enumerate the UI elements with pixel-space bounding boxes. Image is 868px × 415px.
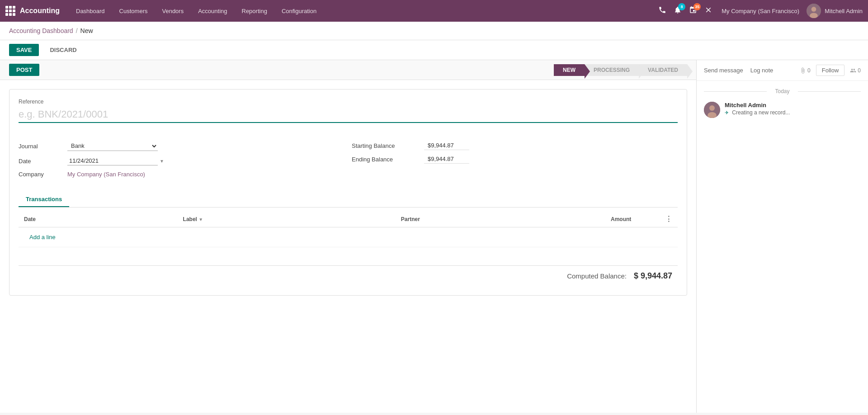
col-date: Date [19, 211, 178, 227]
save-button[interactable]: SAVE [9, 44, 39, 56]
app-name: Accounting [20, 7, 60, 15]
reference-label: Reference [19, 99, 678, 105]
discard-button[interactable]: DISCARD [42, 44, 84, 56]
right-panel: Send message Log note 0 Follow 0 Today [696, 60, 868, 413]
navbar-right: 8 35 My Company (San Francisco) Mitchell… [656, 4, 863, 18]
grid-icon[interactable] [5, 6, 15, 16]
notification-icon[interactable]: 8 [672, 4, 684, 18]
company-value: My Company (San Francisco) [67, 171, 344, 178]
chatter-messages: Today Mitchell Admin ✈ Creating a new re… [697, 81, 868, 413]
left-panel: POST NEW PROCESSING VALIDATED Reference [0, 60, 696, 413]
message-item: Mitchell Admin ✈ Creating a new record..… [704, 102, 861, 118]
computed-balance-row: Computed Balance: $ 9,944.87 [19, 265, 678, 286]
user-avatar[interactable] [807, 4, 821, 18]
message-icon: ✈ [725, 110, 729, 115]
status-step-processing: PROCESSING [585, 64, 639, 76]
form-fields-left: Journal Bank Date ▼ [19, 141, 344, 183]
today-divider: Today [704, 88, 861, 94]
attachment-count: 0 [800, 67, 811, 74]
computed-balance-label: Computed Balance: [567, 272, 627, 280]
company-link[interactable]: My Company (San Francisco) [67, 171, 145, 178]
status-step-validated: VALIDATED [639, 64, 687, 76]
follower-count: 0 [850, 67, 861, 74]
ending-balance-row: Ending Balance $9,944.87 [352, 155, 678, 164]
activity-badge: 35 [693, 3, 701, 10]
col-options: ⋮ [660, 211, 678, 227]
form-grid: Journal Bank Date ▼ [19, 141, 678, 183]
log-note-button[interactable]: Log note [750, 65, 774, 75]
journal-select[interactable]: Bank [67, 141, 158, 151]
add-line-link[interactable]: Add a line [24, 230, 61, 244]
starting-balance-label: Starting Balance [352, 142, 424, 149]
column-options-icon[interactable]: ⋮ [665, 215, 672, 223]
date-input[interactable] [67, 156, 158, 165]
journal-row: Journal Bank [19, 141, 344, 151]
date-row: Date ▼ [19, 156, 344, 165]
journal-label: Journal [19, 143, 64, 150]
starting-balance-row: Starting Balance $9,944.87 [352, 141, 678, 150]
computed-balance-value: $ 9,944.87 [634, 271, 672, 281]
message-avatar [704, 102, 720, 118]
tab-transactions[interactable]: Transactions [19, 192, 69, 207]
form-area: Reference Journal Bank [0, 80, 696, 305]
transactions-table: Date Label ▼ Partner Amount ⋮ [19, 211, 678, 247]
user-name: Mitchell Admin [825, 8, 863, 14]
reference-input[interactable] [19, 107, 678, 123]
col-label: Label ▼ [178, 211, 396, 227]
tabs-bar: Transactions [19, 192, 678, 208]
chatter-header: Send message Log note 0 Follow 0 [697, 60, 868, 81]
svg-point-1 [811, 7, 816, 12]
status-step-new: NEW [554, 64, 585, 76]
breadcrumb-separator: / [76, 27, 78, 34]
svg-point-4 [709, 105, 715, 111]
nav-configuration[interactable]: Configuration [274, 0, 324, 22]
navbar-brand: Accounting [5, 6, 60, 16]
nav-reporting[interactable]: Reporting [235, 0, 274, 22]
form-card: Reference Journal Bank [9, 89, 687, 296]
breadcrumb-current: New [80, 27, 93, 34]
col-amount: Amount [605, 211, 660, 227]
nav-dashboard[interactable]: Dashboard [69, 0, 112, 22]
table-header-row: Date Label ▼ Partner Amount ⋮ [19, 211, 678, 227]
table-body: Add a line [19, 227, 678, 247]
ending-balance-value: $9,944.87 [424, 155, 469, 164]
status-steps: NEW PROCESSING VALIDATED [554, 64, 687, 76]
date-value: ▼ [67, 156, 344, 165]
close-icon[interactable] [703, 4, 714, 18]
company-label: Company [19, 171, 64, 178]
breadcrumb-parent[interactable]: Accounting Dashboard [9, 27, 73, 34]
label-sort-icon[interactable]: ▼ [198, 217, 203, 222]
date-dropdown-icon[interactable]: ▼ [160, 159, 164, 164]
starting-balance-value: $9,944.87 [424, 141, 469, 150]
nav-accounting[interactable]: Accounting [191, 0, 234, 22]
chatter-right: 0 Follow 0 [800, 65, 861, 76]
reference-section: Reference [19, 99, 678, 132]
follow-button[interactable]: Follow [816, 65, 845, 76]
phone-icon[interactable] [656, 4, 668, 18]
breadcrumb-bar: Accounting Dashboard / New [0, 22, 868, 40]
company-name: My Company (San Francisco) [718, 8, 803, 14]
navbar-menu: Dashboard Customers Vendors Accounting R… [69, 0, 656, 22]
status-bar: POST NEW PROCESSING VALIDATED [0, 60, 696, 80]
ending-balance-label: Ending Balance [352, 156, 424, 163]
message-author: Mitchell Admin [725, 102, 790, 108]
journal-value: Bank [67, 141, 344, 151]
message-text: ✈ Creating a new record... [725, 109, 790, 116]
date-label: Date [19, 158, 64, 165]
add-line-row: Add a line [19, 227, 678, 247]
message-content: Mitchell Admin ✈ Creating a new record..… [725, 102, 790, 118]
send-message-button[interactable]: Send message [704, 65, 743, 75]
form-fields-right: Starting Balance $9,944.87 Ending Balanc… [352, 141, 678, 183]
post-button[interactable]: POST [9, 64, 39, 76]
notification-badge: 8 [678, 3, 685, 10]
activity-icon[interactable]: 35 [687, 4, 699, 18]
company-row: Company My Company (San Francisco) [19, 171, 344, 178]
navbar: Accounting Dashboard Customers Vendors A… [0, 0, 868, 22]
nav-customers[interactable]: Customers [112, 0, 155, 22]
nav-vendors[interactable]: Vendors [155, 0, 191, 22]
col-partner: Partner [396, 211, 605, 227]
main-content: POST NEW PROCESSING VALIDATED Reference [0, 60, 868, 413]
action-bar: SAVE DISCARD [0, 40, 868, 60]
